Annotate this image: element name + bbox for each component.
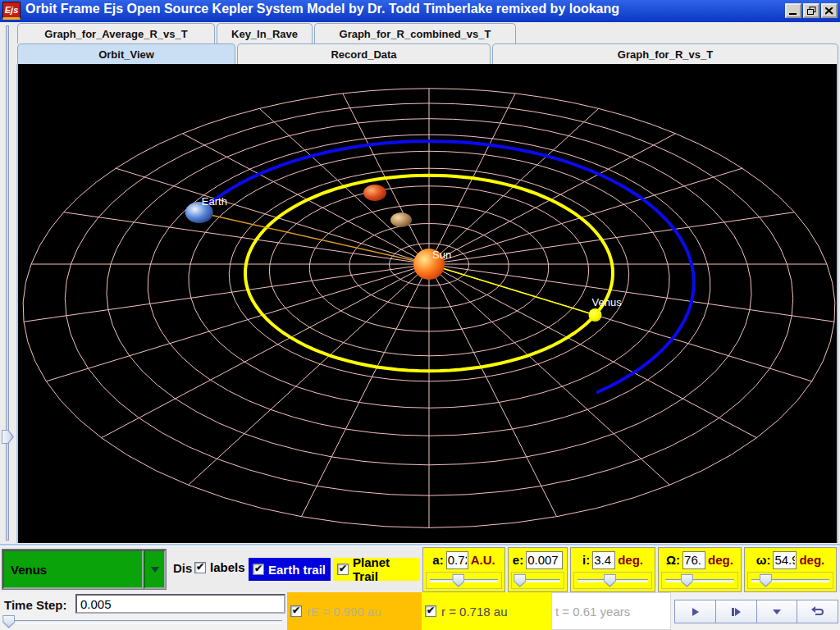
tab-orbit-view[interactable]: Orbit_View [17, 43, 235, 64]
planet-sphere-b [390, 212, 412, 227]
restore-icon [807, 7, 816, 15]
grid-spoke [429, 264, 557, 517]
minimize-button[interactable] [785, 3, 801, 18]
control-row-time: Time Step: rE = 0.990 au r = 0.718 au t … [0, 592, 840, 630]
more-options-button[interactable] [757, 600, 798, 623]
param-panel-Omega: Ω: deg. [658, 547, 742, 592]
planet-select-value[interactable]: Venus [2, 550, 144, 589]
param-a-unit: A.U. [471, 553, 495, 567]
sun-venus-radius-line [429, 264, 596, 315]
param-omega-unit: deg. [799, 553, 824, 567]
close-button[interactable] [821, 3, 838, 18]
grid-spoke [102, 264, 429, 438]
param-panel-e: e: [508, 547, 568, 592]
restore-button[interactable] [803, 3, 819, 18]
orbit-3d-panel: EarthSunVenus [16, 64, 838, 543]
view-tilt-slider-track[interactable] [6, 25, 9, 541]
tab-record-data[interactable]: Record_Data [237, 43, 491, 64]
t-readout-panel: t = 0.61 years [551, 592, 671, 630]
param-a-slider-thumb[interactable] [452, 574, 464, 587]
param-e-slider[interactable] [511, 572, 564, 589]
rE-checkbox[interactable] [290, 605, 302, 617]
r-readout-panel: r = 0.718 au [422, 592, 551, 630]
planet-trail-toggle: Planet Trail [333, 558, 420, 581]
close-icon [825, 7, 833, 15]
tab-graph-for-r-vs-t[interactable]: Graph_for_R_vs_T [492, 43, 838, 64]
planet-select-arrow[interactable] [144, 550, 166, 589]
param-e-label: e: [513, 553, 523, 567]
param-e-input[interactable] [526, 551, 563, 569]
tab-graph-for-r-combined-vs-t[interactable]: Graph_for_R_combined_vs_T [314, 23, 516, 43]
chevron-down-icon [771, 607, 783, 617]
param-i-slider[interactable] [573, 572, 652, 589]
display-label: Dis [173, 561, 193, 575]
chevron-down-icon [151, 567, 159, 573]
sun-label: Sun [432, 249, 451, 261]
param-panel-i: i: deg. [570, 547, 655, 592]
window-title: Orbit Frame Ejs Open Source Kepler Syste… [25, 2, 619, 16]
param-omega-input[interactable] [773, 551, 797, 569]
param-i-unit: deg. [618, 553, 643, 567]
param-a-input[interactable] [446, 551, 468, 569]
t-readout: t = 0.61 years [555, 605, 630, 619]
view-tilt-slider[interactable] [0, 23, 16, 543]
play-button[interactable] [675, 600, 716, 623]
param-Omega-label: Ω: [666, 553, 680, 567]
param-e-slider-thumb[interactable] [514, 574, 526, 587]
param-i-input[interactable] [592, 551, 615, 569]
step-button[interactable] [716, 600, 757, 623]
time-step-slider-thumb[interactable] [2, 615, 15, 628]
planet-trail-checkbox[interactable] [337, 564, 349, 575]
rE-readout: rE = 0.990 au [307, 605, 381, 619]
earth-trail-checkbox[interactable] [253, 564, 264, 575]
orbit-canvas[interactable]: EarthSunVenus [18, 64, 837, 543]
param-Omega-unit: deg. [708, 553, 733, 567]
grid-spoke [46, 264, 429, 381]
param-panel-omega: ω: deg. [744, 547, 837, 592]
reset-button[interactable] [797, 600, 838, 623]
earth-trail-label: Earth trail [268, 563, 326, 577]
r-readout: r = 0.718 au [441, 605, 507, 619]
play-icon [689, 606, 701, 618]
param-i-slider-thumb[interactable] [604, 574, 616, 587]
planet-select[interactable]: Venus [2, 549, 167, 590]
reset-icon [810, 605, 825, 618]
tab-graph-for-average-r-vs-t[interactable]: Graph_for_Average_R_vs_T [17, 23, 215, 43]
labels-checkbox-label: labels [210, 560, 245, 574]
earth-trail-toggle: Earth trail [249, 558, 331, 581]
view-tilt-slider-thumb[interactable] [2, 430, 14, 444]
rE-readout-panel: rE = 0.990 au [287, 592, 422, 630]
earth-label: Earth [202, 195, 227, 208]
playback-bar [674, 600, 838, 623]
grid-spoke [301, 264, 429, 517]
param-a-slider[interactable] [426, 572, 502, 589]
step-forward-icon [729, 606, 742, 618]
time-step-slider[interactable] [0, 614, 285, 629]
param-panel-a: a: A.U. [422, 547, 505, 592]
grid-spoke [116, 168, 429, 264]
param-Omega-input[interactable] [682, 551, 705, 569]
planet-sphere-a [363, 185, 386, 201]
param-Omega-slider-thumb[interactable] [681, 574, 693, 587]
title-bar: Ejs Orbit Frame Ejs Open Source Kepler S… [0, 0, 840, 22]
minimize-icon [789, 7, 797, 15]
param-omega-slider[interactable] [747, 572, 833, 589]
app-window: Ejs Orbit Frame Ejs Open Source Kepler S… [0, 0, 840, 630]
venus [589, 308, 602, 322]
param-Omega-slider[interactable] [661, 572, 738, 589]
labels-checkbox-row: labels [194, 560, 245, 574]
labels-checkbox[interactable] [194, 562, 206, 573]
tab-row-lower: Orbit_View Record_Data Graph_for_R_vs_T [0, 43, 840, 64]
control-row-planet: Venus Dis labels Earth trail Planet Trai… [0, 546, 840, 592]
time-step-input[interactable] [75, 594, 285, 614]
ejs-logo-icon: Ejs [2, 2, 21, 20]
r-checkbox[interactable] [425, 605, 436, 617]
orbit-viewport: EarthSunVenus [0, 64, 840, 546]
param-omega-slider-thumb[interactable] [760, 574, 772, 587]
tab-key-in-rave[interactable]: Key_In_Rave [217, 23, 313, 43]
grid-spoke [429, 168, 742, 264]
param-a-label: a: [432, 553, 443, 567]
time-step-label: Time Step: [4, 598, 66, 612]
grid-spoke [429, 264, 756, 438]
param-omega-label: ω: [756, 553, 771, 567]
